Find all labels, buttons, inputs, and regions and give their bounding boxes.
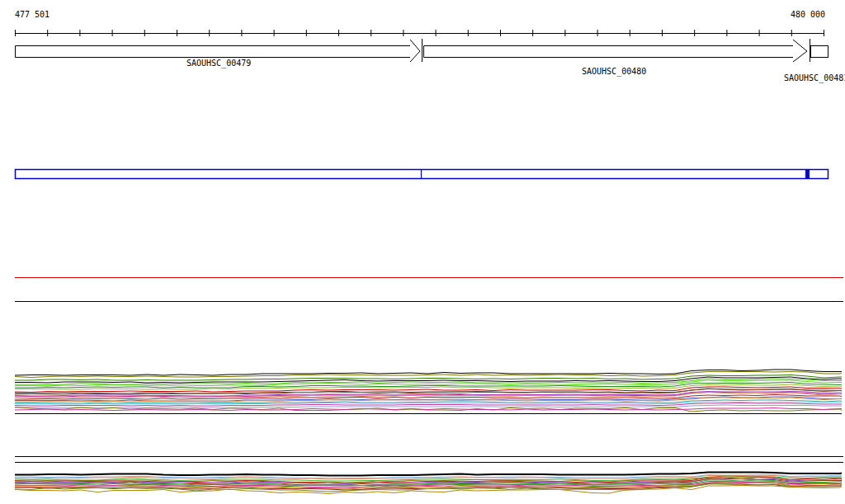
ruler — [15, 30, 824, 36]
gene-label-saouhsc-00479: SAOUHSC_00479 — [186, 59, 251, 68]
ruler-start-coordinate: 477 501 — [15, 10, 50, 19]
genome-graphics — [0, 0, 845, 504]
gene-label-saouhsc-00480: SAOUHSC_00480 — [582, 67, 646, 76]
coverage-line — [15, 370, 842, 375]
gene-arrow-saouhsc_00481[interactable] — [811, 46, 828, 58]
coverage-plot-lower[interactable] — [15, 473, 842, 494]
ruler-end-coordinate: 480 000 — [791, 10, 825, 19]
gene-arrowhead — [793, 40, 807, 62]
entry-bar-feature-mark — [805, 169, 810, 179]
coverage-line — [15, 398, 842, 402]
coverage-plot-upper[interactable] — [15, 370, 842, 412]
gene-arrowhead — [410, 40, 420, 62]
gene-label-saouhsc-00481: SAOUHSC_00481 — [784, 73, 845, 82]
gene-arrow-saouhsc_00480[interactable] — [424, 40, 808, 62]
genome-browser-canvas: 477 501 480 000 SAOUHSC_00479 SAOUHSC_00… — [0, 0, 845, 504]
entry-bar[interactable] — [16, 169, 828, 179]
